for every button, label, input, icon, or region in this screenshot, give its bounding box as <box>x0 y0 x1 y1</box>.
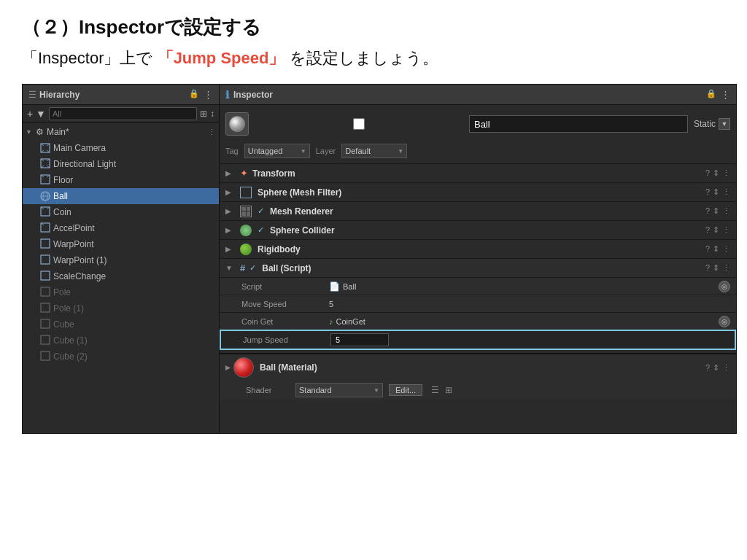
shader-list-icon[interactable]: ☰ <box>431 385 439 395</box>
hierarchy-add-button[interactable]: + ▼ <box>27 108 46 120</box>
jump-speed-label: Jump Speed <box>243 335 330 344</box>
component-ball-script[interactable]: ▼ # ✓ Ball (Script) ? ⇕ ⋮ <box>220 258 736 277</box>
script-field-row: Script 📄 Ball ◎ <box>220 277 736 295</box>
collider-menu-icon[interactable]: ⋮ <box>722 225 730 235</box>
tag-dropdown[interactable]: Untagged ▼ <box>244 144 310 158</box>
inspector-content: Static ▼ Tag Untagged ▼ Layer Default ▼ <box>220 105 736 433</box>
subline-prefix: 「Inspector」上で <box>22 49 153 67</box>
tree-label-cube: Cube <box>53 319 74 330</box>
material-header-row[interactable]: ▶ Ball (Material) ? ⇕ ⋮ <box>220 354 736 381</box>
tree-item-cube2[interactable]: Cube (2) <box>23 349 219 365</box>
collider-actions: ? ⇕ ⋮ <box>705 225 730 235</box>
meshfilter-expand-icon: ▶ <box>225 188 236 196</box>
layer-dropdown[interactable]: Default ▼ <box>341 144 407 158</box>
meshrenderer-help-icon[interactable]: ? <box>705 206 710 216</box>
tree-label-floor: Floor <box>53 175 73 185</box>
rigidbody-help-icon[interactable]: ? <box>705 244 710 254</box>
meshfilter-icon <box>240 187 252 198</box>
object-icon-box <box>225 112 249 136</box>
collider-settings-icon[interactable]: ⇕ <box>713 225 719 235</box>
static-dropdown[interactable]: ▼ <box>719 118 730 130</box>
transform-settings-icon[interactable]: ⇕ <box>713 168 719 178</box>
tree-item-floor[interactable]: Floor <box>23 172 219 188</box>
component-mesh-filter[interactable]: ▶ Sphere (Mesh Filter) ? ⇕ ⋮ <box>220 182 736 201</box>
tree-item-cube1[interactable]: Cube (1) <box>23 332 219 349</box>
inspector-panel: ℹ Inspector 🔒 ⋮ Static ▼ <box>220 85 736 433</box>
meshrenderer-menu-icon[interactable]: ⋮ <box>722 206 730 216</box>
script-value: Ball <box>343 282 356 291</box>
shader-grid-icon[interactable]: ⊞ <box>445 385 452 395</box>
tree-item-warppoint[interactable]: WarpPoint <box>23 236 219 252</box>
inspector-header-icons: 🔒 ⋮ <box>706 89 730 100</box>
svg-rect-27 <box>41 335 50 344</box>
inspector-menu-icon[interactable]: ⋮ <box>721 89 730 100</box>
script-field-label: Script <box>241 282 329 291</box>
transform-name: Transform <box>252 168 701 179</box>
meshfilter-menu-icon[interactable]: ⋮ <box>722 187 730 197</box>
material-settings-icon[interactable]: ⇕ <box>713 363 719 373</box>
shader-dropdown[interactable]: Standard ▼ <box>295 383 383 397</box>
object-active-checkbox[interactable] <box>255 118 463 130</box>
rigidbody-settings-icon[interactable]: ⇕ <box>713 244 719 254</box>
hierarchy-sort-icon[interactable]: ↕ <box>210 109 214 119</box>
rigidbody-menu-icon[interactable]: ⋮ <box>722 244 730 254</box>
meshfilter-actions: ? ⇕ ⋮ <box>705 187 730 197</box>
layer-value: Default <box>345 147 371 155</box>
rigidbody-name: Rigidbody <box>258 244 701 254</box>
tree-arrow-main: ▼ <box>26 128 36 136</box>
transform-menu-icon[interactable]: ⋮ <box>722 168 730 178</box>
meshfilter-settings-icon[interactable]: ⇕ <box>713 187 719 197</box>
tree-label-directional-light: Directional Light <box>53 159 116 169</box>
material-expand-icon: ▶ <box>225 364 231 371</box>
jump-speed-input[interactable] <box>330 333 389 346</box>
tree-item-pole[interactable]: Pole <box>23 284 219 300</box>
tree-label-coin: Coin <box>53 207 71 217</box>
svg-rect-28 <box>41 351 50 360</box>
page-container: （２）Inspectorで設定する 「Inspector」上で 「Jump Sp… <box>0 0 747 434</box>
collider-help-icon[interactable]: ? <box>705 225 710 235</box>
tree-item-main[interactable]: ▼ ⚙ Main* ⋮ <box>23 124 219 140</box>
tree-item-cube[interactable]: Cube <box>23 316 219 332</box>
ballscript-expand-icon: ▼ <box>225 264 236 272</box>
tree-item-scalechange[interactable]: ScaleChange <box>23 268 219 284</box>
component-mesh-renderer[interactable]: ▶ ✓ Mesh Renderer ? ⇕ ⋮ <box>220 201 736 220</box>
hierarchy-header-icons: 🔒 ⋮ <box>189 89 213 100</box>
tree-item-main-camera[interactable]: Main Camera <box>23 140 219 156</box>
material-help-icon[interactable]: ? <box>705 363 710 373</box>
rigidbody-icon <box>240 244 252 255</box>
hierarchy-menu-icon[interactable]: ⋮ <box>204 89 213 100</box>
transform-help-icon[interactable]: ? <box>705 168 710 178</box>
coinget-select-button[interactable]: ◎ <box>719 316 730 327</box>
svg-rect-23 <box>41 271 50 280</box>
ballscript-help-icon[interactable]: ? <box>705 263 710 273</box>
material-menu-icon[interactable]: ⋮ <box>722 363 730 373</box>
tree-label-cube2: Cube (2) <box>53 351 88 362</box>
component-rigidbody[interactable]: ▶ Rigidbody ? ⇕ ⋮ <box>220 239 736 258</box>
tree-item-warppoint1[interactable]: WarpPoint (1) <box>23 252 219 268</box>
shader-edit-button[interactable]: Edit... <box>389 384 422 396</box>
meshfilter-help-icon[interactable]: ? <box>705 187 710 197</box>
tree-item-pole1[interactable]: Pole (1) <box>23 300 219 316</box>
tree-item-directional-light[interactable]: Directional Light <box>23 156 219 172</box>
script-select-button[interactable]: ◎ <box>719 281 730 292</box>
component-transform[interactable]: ▶ ✦ Transform ? ⇕ ⋮ <box>220 163 736 182</box>
tree-item-coin[interactable]: Coin <box>23 204 219 220</box>
svg-rect-25 <box>41 303 50 312</box>
component-sphere-collider[interactable]: ▶ ✓ Sphere Collider ? ⇕ ⋮ <box>220 220 736 239</box>
meshrenderer-settings-icon[interactable]: ⇕ <box>713 206 719 216</box>
shader-label: Shader <box>246 386 290 394</box>
ballscript-settings-icon[interactable]: ⇕ <box>713 263 719 273</box>
tree-item-accelpoint[interactable]: AccelPoint <box>23 220 219 236</box>
ballscript-menu-icon[interactable]: ⋮ <box>722 263 730 273</box>
tree-menu-main[interactable]: ⋮ <box>208 128 216 137</box>
hierarchy-search-input[interactable] <box>49 107 197 120</box>
meshrenderer-actions: ? ⇕ ⋮ <box>705 206 730 216</box>
hierarchy-filter-icon[interactable]: ⊞ <box>200 109 207 119</box>
ballscript-actions: ? ⇕ ⋮ <box>705 263 730 273</box>
inspector-title: Inspector <box>233 90 706 100</box>
inspector-lock-icon: 🔒 <box>706 89 716 100</box>
tree-item-ball[interactable]: Ball <box>23 188 219 204</box>
tree-label-main: Main* <box>47 127 69 137</box>
object-name-input[interactable] <box>469 115 688 133</box>
script-ball-icon: 📄 <box>329 281 340 292</box>
